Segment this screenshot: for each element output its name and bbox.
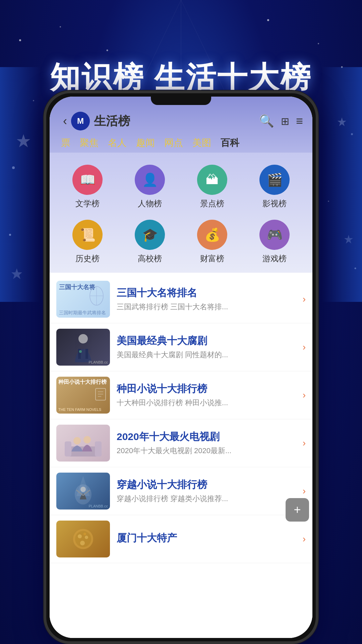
svg-point-22 (78, 334, 88, 343)
list-item-6[interactable]: 厦门十大特产 › (50, 515, 312, 563)
phone-notch (151, 93, 211, 105)
list-title-1: 三国十大名将排名 (117, 286, 299, 299)
back-button[interactable]: ‹ (59, 113, 71, 129)
svg-rect-32 (95, 441, 102, 457)
jingdian-icon: 🏔 (197, 165, 227, 195)
svg-point-46 (83, 533, 86, 535)
svg-point-34 (83, 436, 91, 443)
thumbnail-5: PLANBB.cc (56, 473, 110, 509)
category-caifu[interactable]: 💰 财富榜 (181, 214, 243, 269)
list-desc-3: 十大种田小说排行榜 种田小说推... (117, 398, 299, 408)
page-title: 生活榜 (94, 113, 130, 129)
tab-piao[interactable]: 票 (58, 135, 74, 151)
category-youxi[interactable]: 🎮 游戏榜 (243, 214, 306, 269)
thumbnail-3: 种田小说十大排行榜 THE TEN FARM NOVELS (56, 377, 110, 414)
list-desc-5: 穿越小说排行榜 穿越类小说推荐... (117, 494, 299, 504)
list-section: 三国十大名将 三国时期最牛武将排名 三国十 (50, 273, 312, 638)
arrow-5: › (303, 486, 306, 496)
list-content-4: 2020年十大最火电视剧 2020年十大最火电视剧 2020最新... (117, 430, 299, 456)
thumbnail-2: PLANBB.cc (56, 329, 110, 366)
logo-text: M (77, 116, 84, 126)
arrow-2: › (303, 342, 306, 353)
list-content-6: 厦门十大特产 (117, 531, 299, 547)
category-jingdian[interactable]: 🏔 景点榜 (181, 159, 243, 214)
thumbnail-6 (56, 521, 110, 557)
thumbnail-1: 三国十大名将 三国时期最牛武将排名 (56, 281, 110, 318)
phone-screen: ‹ M 生活榜 🔍 ⊞ ≡ 票 聚焦 (50, 97, 312, 638)
list-content-1: 三国十大名将排名 三国武将排行榜 三国十大名将排... (117, 286, 299, 312)
list-title-6: 厦门十大特产 (117, 531, 299, 544)
category-gaoxiao[interactable]: 🎓 高校榜 (119, 214, 181, 269)
app-logo: M (71, 112, 90, 130)
gaoxiao-icon: 🎓 (135, 220, 165, 250)
arrow-3: › (303, 390, 306, 400)
list-title-3: 种田小说十大排行榜 (117, 382, 299, 395)
hero-title: 知识榜 生活十大榜 (50, 61, 312, 94)
svg-point-38 (80, 487, 86, 492)
wenxue-label: 文学榜 (75, 198, 100, 209)
yingshi-label: 影视榜 (262, 198, 287, 209)
svg-point-45 (80, 541, 85, 545)
thumbnail-4 (56, 425, 110, 462)
lishi-icon: 📜 (72, 220, 103, 250)
list-content-3: 种田小说十大排行榜 十大种田小说排行榜 种田小说推... (117, 382, 299, 408)
tab-jujiao[interactable]: 聚焦 (76, 135, 102, 151)
category-grid: 📖 文学榜 👤 人物榜 🏔 景点榜 🎬 影视榜 (50, 153, 312, 273)
header-icons: 🔍 ⊞ ≡ (259, 114, 303, 128)
search-icon[interactable]: 🔍 (259, 114, 274, 128)
list-icon[interactable]: ≡ (296, 114, 303, 128)
phone-container: ‹ M 生活榜 🔍 ⊞ ≡ 票 聚焦 (44, 91, 318, 644)
nav-tabs: 票 聚焦 名人 趣闻 网点 美图 百科 (50, 135, 312, 151)
list-item-1[interactable]: 三国十大名将 三国时期最牛武将排名 三国十 (50, 275, 312, 323)
gaoxiao-label: 高校榜 (138, 253, 162, 264)
float-button[interactable]: + (286, 498, 309, 522)
grid-icon[interactable]: ⊞ (281, 115, 289, 127)
lishi-label: 历史榜 (75, 253, 100, 264)
category-yingshi[interactable]: 🎬 影视榜 (243, 159, 306, 214)
svg-rect-24 (85, 349, 88, 359)
list-content-5: 穿越小说十大排行榜 穿越小说排行榜 穿越类小说推荐... (117, 478, 299, 504)
list-content-2: 美国最经典十大腐剧 美国最经典十大腐剧 同性题材的... (117, 334, 299, 360)
caifu-label: 财富榜 (200, 253, 224, 264)
list-title-5: 穿越小说十大排行榜 (117, 478, 299, 491)
arrow-6: › (303, 534, 306, 544)
logo-area: M 生活榜 (71, 112, 259, 130)
yingshi-icon: 🎬 (259, 165, 290, 195)
list-item-3[interactable]: 种田小说十大排行榜 THE TEN FARM NOVELS (50, 371, 312, 419)
wenxue-icon: 📖 (72, 165, 103, 195)
tab-wangdian[interactable]: 网点 (161, 135, 186, 151)
list-item-2[interactable]: PLANBB.cc 美国最经典十大腐剧 美国最经典十大腐剧 同性题材的... › (50, 323, 312, 371)
category-wenxue[interactable]: 📖 文学榜 (56, 159, 119, 214)
jingdian-label: 景点榜 (200, 198, 224, 209)
category-lishi[interactable]: 📜 历史榜 (56, 214, 119, 269)
arrow-1: › (303, 294, 306, 305)
list-desc-2: 美国最经典十大腐剧 同性题材的... (117, 350, 299, 360)
list-desc-1: 三国武将排行榜 三国十大名将排... (117, 302, 299, 312)
list-title-4: 2020年十大最火电视剧 (117, 430, 299, 443)
youxi-label: 游戏榜 (262, 253, 287, 264)
svg-marker-37 (76, 476, 90, 496)
svg-point-43 (78, 534, 82, 538)
list-title-2: 美国最经典十大腐剧 (117, 334, 299, 347)
svg-point-44 (85, 536, 88, 539)
tab-quwen[interactable]: 趣闻 (133, 135, 158, 151)
svg-rect-31 (65, 441, 71, 457)
tab-baike[interactable]: 百科 (217, 135, 243, 151)
tab-mingren[interactable]: 名人 (105, 135, 130, 151)
list-desc-4: 2020年十大最火电视剧 2020最新... (117, 446, 299, 456)
list-item-5[interactable]: PLANBB.cc 穿越小说十大排行榜 穿越小说排行榜 穿越类小说推荐... ›… (50, 467, 312, 515)
caifu-icon: 💰 (197, 220, 227, 250)
tab-meitu[interactable]: 美图 (189, 135, 215, 151)
renwu-label: 人物榜 (138, 198, 162, 209)
youxi-icon: 🎮 (259, 220, 290, 250)
list-item-4[interactable]: 2020年十大最火电视剧 2020年十大最火电视剧 2020最新... › (50, 419, 312, 467)
phone-frame: ‹ M 生活榜 🔍 ⊞ ≡ 票 聚焦 (44, 91, 318, 644)
category-renwu[interactable]: 👤 人物榜 (119, 159, 181, 214)
thumb-subtext-1: 三国时期最牛武将排名 (59, 310, 106, 316)
renwu-icon: 👤 (135, 165, 165, 195)
svg-point-25 (79, 350, 82, 353)
app-screen: ‹ M 生活榜 🔍 ⊞ ≡ 票 聚焦 (50, 97, 312, 638)
svg-point-33 (73, 437, 81, 444)
arrow-4: › (303, 438, 306, 448)
